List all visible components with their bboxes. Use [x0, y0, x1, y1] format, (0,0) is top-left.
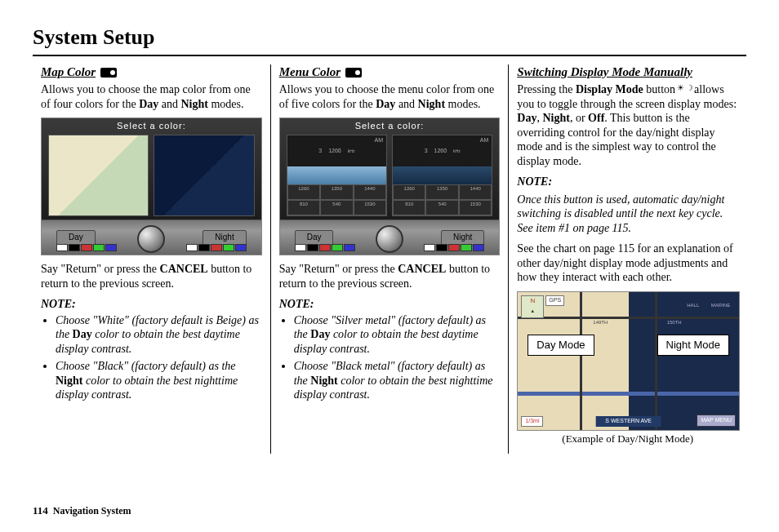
day-upright: Day	[73, 328, 92, 340]
figure-menu-color: Select a color: 3 1260kHz AM 12601350144…	[279, 117, 501, 255]
voice-icon	[345, 68, 362, 78]
menu-return-text: Say "Return" or press the CANCEL button …	[279, 262, 501, 290]
text: , or	[570, 112, 588, 124]
radio-unit: kHz	[453, 149, 461, 153]
street-149: 149TH	[593, 320, 608, 326]
night-tab[interactable]: Night	[441, 230, 484, 246]
night-bold: Night	[418, 98, 445, 110]
menu-note-list: Choose "Silver metal" (factory default) …	[294, 313, 501, 402]
night-bold: Night	[180, 98, 207, 110]
preview-night-map	[154, 135, 254, 216]
note-item: Choose "Black metal" (factory default) a…	[294, 359, 501, 402]
night-mode-label: Night Mode	[657, 335, 729, 356]
text: Say "Return" or press the	[279, 263, 398, 275]
note-item: Choose "Black" (factory default) as the …	[56, 359, 262, 402]
text: and	[158, 98, 180, 110]
text: Say "Return" or press the	[41, 263, 160, 275]
page-footer: 114 Navigation System	[33, 504, 131, 517]
column-menu-color: Menu Color Allows you to choose the menu…	[271, 64, 510, 454]
day-mode-label: Day Mode	[527, 335, 594, 356]
center-knob[interactable]	[376, 225, 403, 253]
text: Choose "Black" (factory default) as the	[56, 360, 236, 372]
radio-ch: 3	[425, 148, 428, 155]
day-tab[interactable]: Day	[56, 230, 96, 246]
text: and	[395, 98, 417, 110]
footer-label: Navigation System	[53, 505, 131, 516]
note-item: Choose "White" (factory default is Beige…	[56, 313, 262, 357]
day-swatches[interactable]	[56, 244, 117, 251]
day-upright: Day	[310, 328, 330, 340]
figure-caption: (Example of Day/Night Mode)	[517, 432, 738, 446]
display-mode-bold: Display Mode	[576, 83, 643, 95]
street-hall: HALL	[687, 303, 699, 309]
map-color-intro: Allows you to choose the map color from …	[41, 82, 262, 111]
radio-am: AM	[480, 137, 489, 144]
night-swatches[interactable]	[186, 244, 247, 251]
figure-map-color: Select a color: Day Night	[41, 117, 262, 255]
night-bold: Night	[542, 112, 569, 124]
figure-day-night-map: N▲ GPS Day Mode Night Mode 149TH 150TH M…	[517, 291, 740, 431]
center-knob[interactable]	[137, 225, 165, 253]
display-mode-p1: Pressing the Display Mode button allows …	[517, 82, 738, 168]
page-title: System Setup	[33, 24, 746, 56]
heading-menu-color: Menu Color	[279, 65, 341, 78]
voice-icon	[100, 68, 117, 78]
text: button	[643, 83, 679, 95]
radio-freq: 1260	[434, 148, 447, 155]
off-bold: Off	[588, 112, 604, 124]
scale-badge: 1/3mi	[521, 416, 543, 427]
day-swatches[interactable]	[295, 244, 355, 251]
radio-am: AM	[375, 137, 384, 144]
day-tab[interactable]: Day	[295, 230, 334, 246]
display-mode-note: Once this button is used, automatic day/…	[517, 193, 738, 236]
preview-day-map	[48, 135, 149, 216]
heading-map-color: Map Color	[41, 65, 96, 78]
radio-ch: 3	[318, 148, 322, 155]
menu-color-intro: Allows you to choose the menu color from…	[279, 82, 501, 111]
note-label: NOTE:	[279, 297, 501, 312]
map-menu-button[interactable]: MAP MENU	[697, 415, 736, 427]
street-marine: MARINE	[711, 303, 730, 309]
day-bold: Day	[376, 98, 395, 110]
note-item: Choose "Silver metal" (factory default) …	[294, 313, 501, 357]
compass-icon: N▲	[521, 295, 544, 318]
text: Pressing the	[517, 83, 576, 95]
page-number: 114	[33, 504, 48, 516]
day-night-strip: Day Night	[280, 219, 500, 255]
cancel-bold: CANCEL	[160, 263, 208, 275]
text: color to obtain the best nighttime displ…	[56, 375, 238, 401]
column-display-mode: Switching Display Mode Manually Pressing…	[509, 64, 746, 454]
sun-moon-icon	[679, 86, 692, 95]
note-label: NOTE:	[41, 297, 262, 312]
radio-freq: 1260	[328, 148, 341, 155]
preview-day-menu: 3 1260kHz AM 126013501440 8105401530	[287, 135, 387, 216]
text: modes.	[208, 98, 244, 110]
cancel-bold: CANCEL	[398, 263, 446, 275]
night-tab[interactable]: Night	[203, 230, 246, 246]
night-upright: Night	[56, 375, 82, 387]
radio-unit: kHz	[348, 149, 355, 153]
content-columns: Map Color Allows you to choose the map c…	[33, 64, 746, 454]
map-note-list: Choose "White" (factory default is Beige…	[56, 313, 262, 402]
text: modes.	[445, 98, 481, 110]
note-label: NOTE:	[517, 175, 738, 189]
day-night-strip: Day Night	[42, 219, 261, 255]
gps-badge: GPS	[545, 295, 564, 306]
night-upright: Night	[310, 375, 337, 387]
display-mode-p2: See the chart on page 115 for an explana…	[517, 242, 738, 285]
column-map-color: Map Color Allows you to choose the map c…	[33, 64, 271, 454]
map-return-text: Say "Return" or press the CANCEL button …	[41, 262, 262, 290]
street-name: S WESTERN AVE	[595, 416, 661, 427]
figure-title: Select a color:	[42, 118, 261, 135]
preview-night-menu: 3 1260kHz AM 126013501440 8105401530	[392, 135, 492, 216]
day-bold: Day	[139, 98, 158, 110]
night-swatches[interactable]	[424, 244, 484, 251]
figure-title: Select a color:	[280, 118, 500, 135]
day-bold: Day	[517, 112, 536, 124]
heading-display-mode: Switching Display Mode Manually	[517, 64, 738, 80]
street-150: 150TH	[667, 320, 682, 326]
